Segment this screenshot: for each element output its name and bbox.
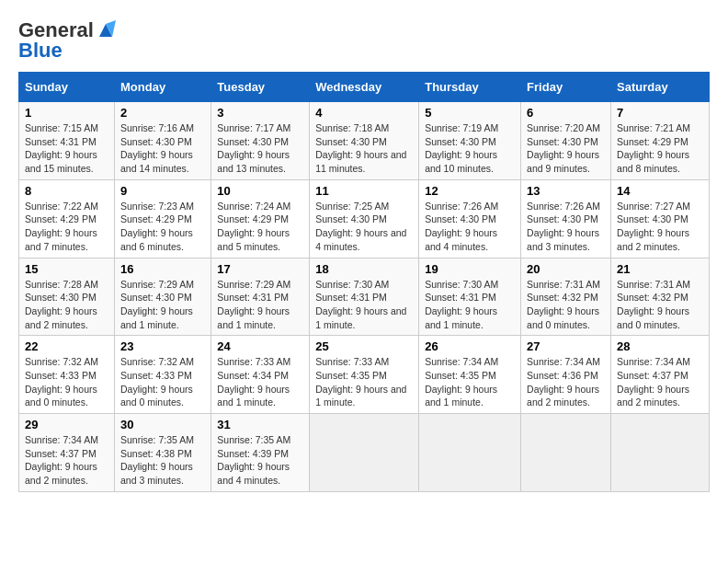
calendar-table: SundayMondayTuesdayWednesdayThursdayFrid… [18, 72, 710, 492]
calendar-cell: 31 Sunrise: 7:35 AMSunset: 4:39 PMDaylig… [211, 414, 310, 492]
day-info: Sunrise: 7:17 AMSunset: 4:30 PMDaylight:… [217, 121, 303, 176]
day-number: 27 [527, 339, 605, 353]
day-info: Sunrise: 7:22 AMSunset: 4:29 PMDaylight:… [25, 200, 108, 254]
calendar-cell: 10 Sunrise: 7:24 AMSunset: 4:29 PMDaylig… [211, 179, 310, 258]
day-number: 24 [217, 339, 303, 353]
day-number: 1 [25, 106, 108, 120]
calendar-cell: 24 Sunrise: 7:33 AMSunset: 4:34 PMDaylig… [211, 336, 310, 414]
calendar-cell: 15 Sunrise: 7:28 AMSunset: 4:30 PMDaylig… [19, 258, 115, 336]
calendar-cell [419, 414, 521, 492]
day-info: Sunrise: 7:33 AMSunset: 4:34 PMDaylight:… [217, 355, 303, 409]
day-number: 28 [617, 339, 703, 353]
day-number: 18 [315, 262, 413, 276]
day-info: Sunrise: 7:26 AMSunset: 4:30 PMDaylight:… [425, 200, 515, 254]
day-number: 30 [120, 418, 205, 431]
calendar-cell: 27 Sunrise: 7:34 AMSunset: 4:36 PMDaylig… [521, 336, 611, 414]
day-number: 6 [527, 106, 605, 120]
day-info: Sunrise: 7:32 AMSunset: 4:33 PMDaylight:… [25, 355, 108, 409]
calendar-cell: 7 Sunrise: 7:21 AMSunset: 4:29 PMDayligh… [611, 102, 710, 180]
day-info: Sunrise: 7:31 AMSunset: 4:32 PMDaylight:… [617, 278, 703, 332]
day-info: Sunrise: 7:30 AMSunset: 4:31 PMDaylight:… [315, 278, 413, 332]
calendar-cell: 4 Sunrise: 7:18 AMSunset: 4:30 PMDayligh… [310, 102, 419, 180]
logo: General Blue [18, 18, 116, 63]
day-info: Sunrise: 7:29 AMSunset: 4:30 PMDaylight:… [120, 278, 205, 332]
calendar-cell: 23 Sunrise: 7:32 AMSunset: 4:33 PMDaylig… [115, 336, 211, 414]
day-number: 10 [217, 184, 303, 198]
calendar-week-row: 22 Sunrise: 7:32 AMSunset: 4:33 PMDaylig… [19, 336, 710, 414]
day-number: 16 [120, 262, 205, 276]
day-number: 20 [527, 262, 605, 276]
calendar-cell: 28 Sunrise: 7:34 AMSunset: 4:37 PMDaylig… [611, 336, 710, 414]
calendar-week-row: 15 Sunrise: 7:28 AMSunset: 4:30 PMDaylig… [19, 258, 710, 336]
day-info: Sunrise: 7:29 AMSunset: 4:31 PMDaylight:… [217, 278, 303, 332]
calendar-cell: 11 Sunrise: 7:25 AMSunset: 4:30 PMDaylig… [310, 179, 419, 258]
header-monday: Monday [115, 73, 211, 102]
day-info: Sunrise: 7:18 AMSunset: 4:30 PMDaylight:… [315, 121, 413, 176]
calendar-cell: 6 Sunrise: 7:20 AMSunset: 4:30 PMDayligh… [521, 102, 611, 180]
calendar-week-row: 8 Sunrise: 7:22 AMSunset: 4:29 PMDayligh… [19, 179, 710, 258]
day-number: 15 [25, 262, 108, 276]
header-thursday: Thursday [419, 73, 521, 102]
day-info: Sunrise: 7:16 AMSunset: 4:30 PMDaylight:… [120, 121, 205, 176]
logo-blue: Blue [18, 39, 63, 63]
day-number: 17 [217, 262, 303, 276]
calendar-cell: 16 Sunrise: 7:29 AMSunset: 4:30 PMDaylig… [115, 258, 211, 336]
day-number: 2 [120, 106, 205, 120]
day-number: 12 [425, 184, 515, 198]
day-number: 22 [25, 339, 108, 353]
calendar-cell: 26 Sunrise: 7:34 AMSunset: 4:35 PMDaylig… [419, 336, 521, 414]
day-number: 23 [120, 339, 205, 353]
calendar-cell [310, 414, 419, 492]
day-number: 14 [617, 184, 703, 198]
day-info: Sunrise: 7:35 AMSunset: 4:39 PMDaylight:… [217, 433, 303, 488]
calendar-header-row: SundayMondayTuesdayWednesdayThursdayFrid… [19, 73, 710, 102]
day-info: Sunrise: 7:32 AMSunset: 4:33 PMDaylight:… [120, 355, 205, 409]
calendar-cell: 29 Sunrise: 7:34 AMSunset: 4:37 PMDaylig… [19, 414, 115, 492]
calendar-cell: 14 Sunrise: 7:27 AMSunset: 4:30 PMDaylig… [611, 179, 710, 258]
day-info: Sunrise: 7:26 AMSunset: 4:30 PMDaylight:… [527, 200, 605, 254]
day-info: Sunrise: 7:24 AMSunset: 4:29 PMDaylight:… [217, 200, 303, 254]
day-number: 26 [425, 339, 515, 353]
day-number: 25 [315, 339, 413, 353]
calendar-cell: 2 Sunrise: 7:16 AMSunset: 4:30 PMDayligh… [115, 102, 211, 180]
header-friday: Friday [521, 73, 611, 102]
day-number: 7 [617, 106, 703, 120]
day-info: Sunrise: 7:19 AMSunset: 4:30 PMDaylight:… [425, 121, 515, 176]
day-info: Sunrise: 7:34 AMSunset: 4:36 PMDaylight:… [527, 355, 605, 409]
day-info: Sunrise: 7:34 AMSunset: 4:37 PMDaylight:… [617, 355, 703, 409]
day-number: 21 [617, 262, 703, 276]
header-tuesday: Tuesday [211, 73, 310, 102]
calendar-cell: 5 Sunrise: 7:19 AMSunset: 4:30 PMDayligh… [419, 102, 521, 180]
calendar-cell: 30 Sunrise: 7:35 AMSunset: 4:38 PMDaylig… [115, 414, 211, 492]
day-info: Sunrise: 7:27 AMSunset: 4:30 PMDaylight:… [617, 200, 703, 254]
calendar-cell: 25 Sunrise: 7:33 AMSunset: 4:35 PMDaylig… [310, 336, 419, 414]
day-info: Sunrise: 7:34 AMSunset: 4:37 PMDaylight:… [25, 433, 108, 488]
calendar-cell: 19 Sunrise: 7:30 AMSunset: 4:31 PMDaylig… [419, 258, 521, 336]
day-number: 4 [315, 106, 413, 120]
day-number: 19 [425, 262, 515, 276]
day-info: Sunrise: 7:30 AMSunset: 4:31 PMDaylight:… [425, 278, 515, 332]
day-info: Sunrise: 7:21 AMSunset: 4:29 PMDaylight:… [617, 121, 703, 176]
day-info: Sunrise: 7:34 AMSunset: 4:35 PMDaylight:… [425, 355, 515, 409]
header: General Blue [18, 18, 710, 63]
day-info: Sunrise: 7:28 AMSunset: 4:30 PMDaylight:… [25, 278, 108, 332]
header-wednesday: Wednesday [310, 73, 419, 102]
day-number: 11 [315, 184, 413, 198]
header-saturday: Saturday [611, 73, 710, 102]
calendar-week-row: 29 Sunrise: 7:34 AMSunset: 4:37 PMDaylig… [19, 414, 710, 492]
day-number: 31 [217, 418, 303, 431]
logo-icon [96, 20, 116, 40]
day-number: 13 [527, 184, 605, 198]
calendar-cell: 18 Sunrise: 7:30 AMSunset: 4:31 PMDaylig… [310, 258, 419, 336]
day-info: Sunrise: 7:15 AMSunset: 4:31 PMDaylight:… [25, 121, 108, 176]
calendar-week-row: 1 Sunrise: 7:15 AMSunset: 4:31 PMDayligh… [19, 102, 710, 180]
calendar-cell: 12 Sunrise: 7:26 AMSunset: 4:30 PMDaylig… [419, 179, 521, 258]
day-info: Sunrise: 7:23 AMSunset: 4:29 PMDaylight:… [120, 200, 205, 254]
day-info: Sunrise: 7:20 AMSunset: 4:30 PMDaylight:… [527, 121, 605, 176]
day-number: 29 [25, 418, 108, 431]
calendar-cell: 3 Sunrise: 7:17 AMSunset: 4:30 PMDayligh… [211, 102, 310, 180]
calendar-cell: 8 Sunrise: 7:22 AMSunset: 4:29 PMDayligh… [19, 179, 115, 258]
calendar-cell: 20 Sunrise: 7:31 AMSunset: 4:32 PMDaylig… [521, 258, 611, 336]
calendar-cell: 21 Sunrise: 7:31 AMSunset: 4:32 PMDaylig… [611, 258, 710, 336]
calendar-cell: 22 Sunrise: 7:32 AMSunset: 4:33 PMDaylig… [19, 336, 115, 414]
